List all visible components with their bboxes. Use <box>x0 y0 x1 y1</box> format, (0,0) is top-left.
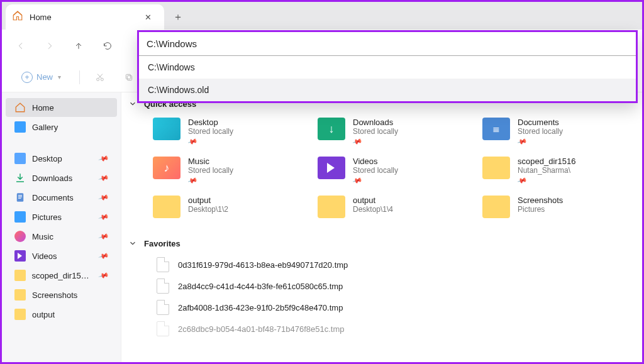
item-name: Documents <box>518 118 563 127</box>
new-tab-button[interactable]: ＋ <box>167 6 189 28</box>
section-favorites[interactable]: Favorites <box>128 232 632 255</box>
item-name: Screenshots <box>518 196 563 205</box>
favorites-list: 0d31f619-979d-4613-b8ea-eb9490717d20.tmp… <box>128 257 632 336</box>
new-button-label: New <box>36 72 53 82</box>
folder-icon <box>482 157 510 179</box>
content-body: Home Gallery Desktop 📌 Downloads 📌 Docum… <box>2 92 642 362</box>
svg-rect-6 <box>18 197 22 197</box>
sidebar-item-gallery[interactable]: Gallery <box>6 118 117 136</box>
suggestion-text: C:\Windows.old <box>148 85 209 95</box>
item-name: Desktop <box>188 118 233 127</box>
pin-icon: 📌 <box>98 270 110 281</box>
documents-folder-icon: ≣ <box>482 118 510 140</box>
separator <box>79 70 80 84</box>
sidebar-item-downloads[interactable]: Downloads 📌 <box>6 168 117 187</box>
pin-icon: 📌 <box>518 175 526 184</box>
videos-icon <box>14 250 26 262</box>
svg-point-0 <box>97 78 99 80</box>
address-bar-overlay: C:\Windows C:\Windows.old <box>137 30 638 103</box>
file-name: 2a8d4cc9-c41d-4c44-b3fe-fe61c0580c65.tmp <box>178 282 343 291</box>
item-sub: Stored locally <box>353 166 398 175</box>
sidebar-item-home[interactable]: Home <box>6 98 117 117</box>
favorite-item[interactable]: 2afb4008-1d36-423e-91f0-2b5f9c48e470.tmp <box>157 300 632 315</box>
pin-icon: 📌 <box>518 136 526 145</box>
quick-item-documents[interactable]: ≣ Documents Stored locally 📌 <box>480 115 632 148</box>
sidebar-item-label: Music <box>32 232 53 241</box>
sidebar-item-pictures[interactable]: Pictures 📌 <box>6 207 117 226</box>
quick-item-downloads[interactable]: ↓ Downloads Stored locally 📌 <box>315 115 467 148</box>
documents-icon <box>14 192 26 203</box>
item-name: Videos <box>353 157 398 166</box>
sidebar-item-label: Gallery <box>32 123 58 132</box>
downloads-folder-icon: ↓ <box>318 118 345 140</box>
back-button[interactable] <box>12 37 30 55</box>
new-button[interactable]: + New ▾ <box>14 69 68 86</box>
favorite-item[interactable]: 2c68dbc9-b054-4a01-bf48-71b476f8e51c.tmp <box>157 321 632 336</box>
music-icon <box>14 231 26 242</box>
pin-icon: 📌 <box>98 250 110 262</box>
sidebar-item-label: output <box>32 310 55 319</box>
sidebar-item-scoped-dir[interactable]: scoped_dir15168 📌 <box>6 266 117 285</box>
favorite-item[interactable]: 0d31f619-979d-4613-b8ea-eb9490717d20.tmp <box>157 257 632 272</box>
item-name: output <box>353 196 393 205</box>
music-folder-icon: ♪ <box>153 157 180 179</box>
item-name: scoped_dir1516 <box>518 157 576 166</box>
home-icon <box>12 10 23 24</box>
copy-button[interactable] <box>120 69 138 86</box>
forward-button[interactable] <box>41 37 58 55</box>
file-icon <box>157 257 169 272</box>
suggestion-text: C:\Windows <box>148 62 195 72</box>
downloads-icon <box>14 172 26 184</box>
quick-item-output-1[interactable]: output Desktop\1\2 <box>150 193 303 221</box>
svg-rect-7 <box>18 198 21 199</box>
close-tab-button[interactable]: ✕ <box>140 9 155 25</box>
sidebar-item-label: Pictures <box>32 212 62 222</box>
quick-item-scoped-dir[interactable]: scoped_dir1516 Nutan_Sharma\ 📌 <box>480 154 632 187</box>
sidebar-item-label: Screenshots <box>32 290 77 300</box>
pin-icon: 📌 <box>353 175 362 184</box>
svg-rect-5 <box>18 195 22 196</box>
item-sub: Desktop\1\2 <box>188 205 228 214</box>
sidebar-item-documents[interactable]: Documents 📌 <box>6 188 117 207</box>
folder-icon <box>318 196 345 218</box>
sidebar-item-videos[interactable]: Videos 📌 <box>6 246 117 265</box>
main-pane: Quick access Desktop Stored locally 📌 ↓ … <box>121 92 642 362</box>
home-icon <box>14 102 26 113</box>
sidebar-item-output[interactable]: output <box>6 305 117 324</box>
tab-title: Home <box>30 13 134 22</box>
section-label: Favorites <box>144 239 180 248</box>
file-name: 0d31f619-979d-4613-b8ea-eb9490717d20.tmp <box>178 260 348 270</box>
address-suggestion[interactable]: C:\Windows.old <box>139 79 636 101</box>
favorite-item[interactable]: 2a8d4cc9-c41d-4c44-b3fe-fe61c0580c65.tmp <box>157 279 632 294</box>
item-sub: Desktop\1\4 <box>353 205 393 214</box>
svg-rect-2 <box>127 75 131 80</box>
sidebar-item-music[interactable]: Music 📌 <box>6 227 117 246</box>
item-name: Downloads <box>353 118 398 127</box>
address-suggestion[interactable]: C:\Windows <box>139 56 636 79</box>
pin-icon: 📌 <box>353 136 362 145</box>
quick-item-screenshots[interactable]: Screenshots Pictures <box>480 193 632 221</box>
item-name: output <box>188 196 228 205</box>
quick-item-output-2[interactable]: output Desktop\1\4 <box>315 193 467 221</box>
sidebar-item-screenshots[interactable]: Screenshots <box>6 285 117 304</box>
item-sub: Stored locally <box>353 127 398 136</box>
sidebar-item-label: Documents <box>32 193 74 202</box>
plus-circle-icon: + <box>21 72 33 83</box>
pin-icon: 📌 <box>188 175 197 184</box>
cut-button[interactable] <box>91 69 109 86</box>
quick-item-music[interactable]: ♪ Music Stored locally 📌 <box>150 154 303 187</box>
title-bar: Home ✕ ＋ <box>2 2 642 30</box>
chevron-down-icon <box>128 238 138 248</box>
item-sub: Stored locally <box>188 166 233 175</box>
refresh-button[interactable] <box>99 37 116 55</box>
folder-icon <box>482 196 510 218</box>
up-button[interactable] <box>70 37 87 55</box>
file-name: 2c68dbc9-b054-4a01-bf48-71b476f8e51c.tmp <box>178 324 345 334</box>
sidebar-item-label: scoped_dir15168 <box>32 271 93 280</box>
sidebar-item-desktop[interactable]: Desktop 📌 <box>6 149 117 168</box>
quick-access-grid: Desktop Stored locally 📌 ↓ Downloads Sto… <box>128 115 632 221</box>
address-input[interactable] <box>139 32 636 55</box>
tab-home[interactable]: Home ✕ <box>6 4 164 30</box>
quick-item-desktop[interactable]: Desktop Stored locally 📌 <box>150 115 303 148</box>
quick-item-videos[interactable]: Videos Stored locally 📌 <box>315 154 467 187</box>
